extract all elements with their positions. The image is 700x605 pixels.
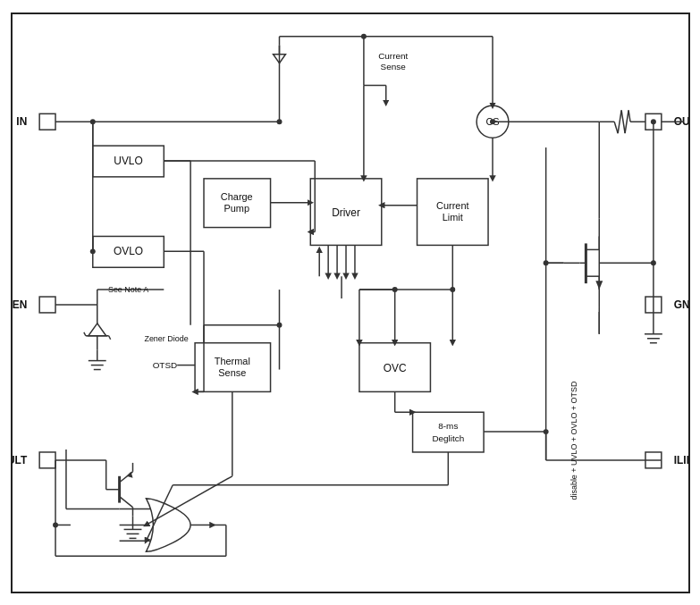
ovc-label: OVC bbox=[383, 361, 406, 374]
pin-ilim-label: ILIM bbox=[673, 453, 687, 466]
svg-line-38 bbox=[83, 332, 85, 335]
otsd-label: OTSD bbox=[152, 359, 177, 369]
charge-pump-label: Charge bbox=[220, 190, 252, 201]
ovlo-label: OVLO bbox=[113, 245, 142, 257]
thermal-sense-label1: Thermal bbox=[214, 355, 249, 366]
driver-label: Driver bbox=[332, 206, 360, 218]
svg-line-32 bbox=[618, 110, 621, 133]
svg-point-149 bbox=[53, 522, 58, 527]
deglitch-label2: Deglitch bbox=[432, 433, 464, 443]
svg-rect-0 bbox=[39, 113, 55, 130]
svg-marker-27 bbox=[595, 281, 603, 290]
disable-label: disable + UVLO + OVLO + OTSD bbox=[569, 381, 578, 500]
diagram-container: IN OUT EN GND FAULT ILIM UVLO OVLO Charg… bbox=[11, 13, 690, 593]
svg-line-33 bbox=[614, 122, 618, 133]
svg-rect-2 bbox=[39, 297, 55, 313]
svg-line-39 bbox=[108, 335, 110, 339]
pin-in-label: IN bbox=[16, 115, 27, 128]
svg-point-142 bbox=[543, 429, 548, 434]
svg-rect-14 bbox=[412, 412, 484, 452]
charge-pump-label2: Pump bbox=[223, 202, 249, 213]
current-limit-label1: Current bbox=[436, 199, 468, 210]
current-limit-label2: Limit bbox=[442, 211, 462, 222]
zener-diode-label: Zener Diode bbox=[144, 333, 188, 342]
svg-point-80 bbox=[360, 33, 366, 38]
uvlo-label: UVLO bbox=[114, 154, 142, 166]
current-sense-label: Current bbox=[378, 50, 408, 60]
svg-marker-36 bbox=[88, 323, 105, 335]
svg-point-135 bbox=[276, 322, 282, 327]
svg-point-123 bbox=[650, 119, 655, 124]
svg-rect-4 bbox=[39, 451, 55, 467]
current-sense-label2: Sense bbox=[380, 61, 406, 71]
pin-gnd-label: GND bbox=[673, 298, 687, 310]
svg-line-47 bbox=[119, 496, 132, 507]
pin-en-label: EN bbox=[13, 298, 27, 310]
svg-point-129 bbox=[276, 119, 282, 124]
see-note-a-label: See Note A bbox=[107, 285, 148, 294]
thermal-sense-label2: Sense bbox=[218, 367, 246, 378]
deglitch-label1: 8-ms bbox=[438, 421, 458, 431]
svg-point-97 bbox=[450, 287, 455, 292]
pin-fault-label: FAULT bbox=[13, 453, 28, 466]
svg-line-31 bbox=[621, 110, 625, 133]
svg-line-30 bbox=[625, 110, 628, 133]
svg-point-83 bbox=[490, 119, 495, 124]
